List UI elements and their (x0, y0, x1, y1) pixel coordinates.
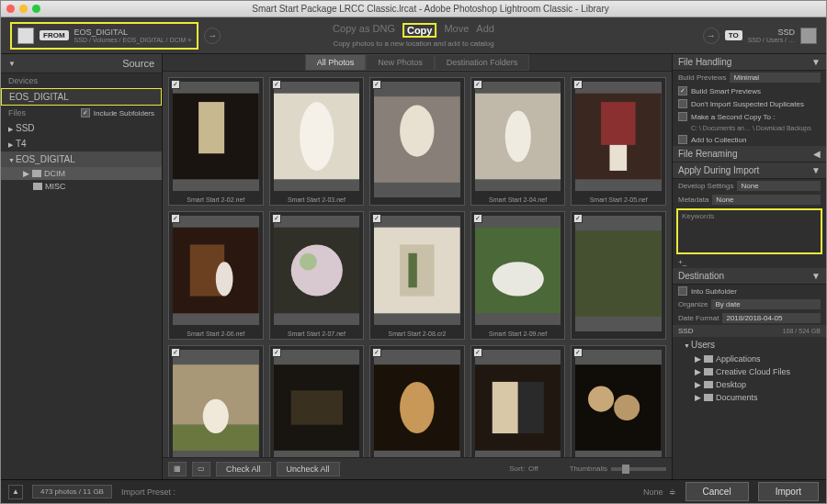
thumbnail-cell[interactable]: ✓Smart Start 2-05.nef (571, 77, 666, 206)
thumbnail-size-slider[interactable] (611, 467, 666, 471)
thumbnail-cell[interactable]: ✓Smart Start 2-04.nef (470, 77, 566, 206)
footer-bar: ▲ 473 photos / 11 GB Import Preset : Non… (1, 479, 826, 503)
to-arrow-button[interactable]: → (703, 28, 719, 44)
folder-dcim[interactable]: ▶DCIM (1, 167, 162, 180)
dest-folder-users[interactable]: ▼Users (673, 337, 826, 353)
thumbnail-cell[interactable]: ✓Smart Start 2-07.nef (269, 211, 365, 340)
thumbnail-cell[interactable]: ✓Smart Start 2-02.nef (168, 77, 264, 206)
thumbnail-cell[interactable]: ✓ (168, 345, 264, 457)
source-device-eos[interactable]: EOS_DIGITAL (1, 88, 162, 106)
uncheck-all-button[interactable]: Uncheck All (277, 462, 340, 476)
tab-destination-folders[interactable]: Destination Folders (435, 54, 530, 71)
thumbnail-cell[interactable]: ✓ (470, 345, 566, 457)
into-subfolder-checkbox[interactable] (678, 286, 687, 296)
thumbnail-filename (572, 335, 665, 339)
thumbnail-cell[interactable]: ✓ (571, 211, 666, 340)
copy-button[interactable]: Copy (402, 23, 437, 38)
destination-header[interactable]: Destination▼ (673, 268, 826, 285)
volume-ssd[interactable]: ▶SSD (1, 120, 162, 136)
thumbnail-filename: Smart Start 2-09.nef (471, 329, 565, 339)
thumbnail-cell[interactable]: ✓Smart Start 2-09.nef (470, 211, 566, 340)
svg-rect-31 (493, 382, 518, 433)
suspected-duplicates-checkbox[interactable] (678, 99, 687, 108)
disk-icon (800, 28, 817, 44)
thumbnail-cell[interactable]: ✓Smart Start 2-03.nef (269, 77, 365, 206)
check-all-button[interactable]: Check All (216, 462, 271, 476)
thumbnail-cell[interactable]: ✓ (269, 345, 365, 457)
svg-point-29 (400, 382, 434, 433)
file-handling-header[interactable]: File Handling▼ (673, 54, 826, 71)
organize-select[interactable]: By date (711, 299, 821, 309)
filter-tabs: All Photos New Photos Destination Folder… (163, 54, 672, 72)
metadata-select[interactable]: None (712, 195, 821, 205)
thumbnail-checkbox[interactable]: ✓ (372, 214, 381, 223)
add-to-collection-checkbox[interactable] (678, 135, 687, 144)
thumbnail-checkbox[interactable]: ✓ (272, 214, 281, 223)
thumbnail-checkbox[interactable]: ✓ (473, 348, 482, 357)
thumbnail-filename: Smart Start 2-05.nef (572, 195, 665, 205)
tab-new-photos[interactable]: New Photos (366, 54, 435, 71)
thumbnail-image (475, 82, 561, 191)
copy-as-dng-button[interactable]: Copy as DNG (333, 23, 395, 38)
thumbnail-image (374, 82, 460, 197)
apply-during-import-header[interactable]: Apply During Import▼ (673, 162, 826, 179)
cancel-button[interactable]: Cancel (685, 482, 749, 501)
thumbnail-checkbox[interactable]: ✓ (372, 80, 381, 89)
volume-t4[interactable]: ▶T4 (1, 136, 162, 151)
expand-button[interactable]: ▲ (8, 485, 23, 499)
dest-folder-item[interactable]: ▶Creative Cloud Files (673, 365, 826, 378)
svg-rect-1 (198, 102, 224, 153)
import-button[interactable]: Import (758, 482, 819, 501)
thumbnail-checkbox[interactable]: ✓ (171, 80, 180, 89)
thumbnail-checkbox[interactable]: ✓ (473, 214, 482, 223)
folder-misc[interactable]: MISC (1, 180, 162, 193)
thumbnail-cell[interactable]: ✓Smart Start 2-06.nef (168, 211, 264, 340)
thumbnail-checkbox[interactable]: ✓ (171, 348, 180, 357)
thumbnail-checkbox[interactable]: ✓ (372, 348, 381, 357)
thumbnail-checkbox[interactable]: ✓ (171, 214, 180, 223)
include-subfolders-checkbox[interactable]: ✓ (81, 108, 90, 118)
file-renaming-header[interactable]: File Renaming◀ (673, 146, 826, 162)
svg-point-16 (300, 253, 317, 271)
move-button[interactable]: Move (444, 23, 469, 38)
add-destination-button[interactable]: +_ (678, 258, 686, 266)
dest-folder-item[interactable]: ▶Applications (673, 353, 826, 365)
thumbnail-cell[interactable]: ✓ (571, 345, 666, 457)
import-preset-select[interactable]: None (643, 487, 663, 497)
thumbnail-cell[interactable]: ✓ (369, 345, 465, 457)
thumbnail-image (575, 82, 662, 191)
zoom-window-button[interactable] (32, 5, 40, 13)
dest-folder-item[interactable]: ▶Desktop (673, 378, 826, 391)
close-window-button[interactable] (6, 5, 15, 13)
thumbnail-checkbox[interactable]: ✓ (573, 80, 583, 89)
thumbnail-checkbox[interactable]: ✓ (473, 80, 482, 89)
svg-point-5 (400, 106, 434, 157)
thumbnail-cell[interactable]: ✓ (369, 77, 465, 206)
add-button[interactable]: Add (476, 23, 494, 38)
thumbnail-checkbox[interactable]: ✓ (573, 214, 583, 223)
thumbnail-cell[interactable]: ✓Smart Start 2-08.cr2 (369, 211, 465, 340)
thumbnail-checkbox[interactable]: ✓ (272, 80, 281, 89)
thumbnail-checkbox[interactable]: ✓ (272, 348, 281, 357)
volume-eos-digital[interactable]: ▼EOS_DIGITAL (1, 151, 162, 167)
keywords-input[interactable]: Keywords (676, 208, 822, 254)
grid-view-button[interactable]: ▦ (168, 462, 187, 476)
source-panel-header[interactable]: ▼Source (1, 54, 162, 73)
from-source-box[interactable]: FROM EOS_DIGITAL SSD / Volumes / EOS_DIG… (10, 22, 198, 50)
sort-value[interactable]: Off (528, 465, 538, 473)
thumbnail-image (173, 216, 259, 325)
minimize-window-button[interactable] (19, 5, 28, 13)
tab-all-photos[interactable]: All Photos (305, 54, 367, 71)
thumbnail-checkbox[interactable]: ✓ (573, 348, 583, 357)
smart-previews-checkbox[interactable]: ✓ (678, 86, 687, 95)
loupe-view-button[interactable]: ▭ (192, 462, 210, 476)
second-copy-checkbox[interactable] (678, 112, 687, 121)
window-title: Smart Start Package LRCC Classic.lrcat -… (40, 4, 821, 14)
build-previews-select[interactable]: Minimal (730, 73, 821, 83)
develop-settings-select[interactable]: None (737, 181, 821, 191)
dest-folder-item[interactable]: ▶Documents (673, 391, 826, 404)
date-format-select[interactable]: 2018/2018-04-05 (722, 313, 821, 323)
from-arrow-button[interactable]: → (204, 28, 221, 44)
to-destination-box[interactable]: → TO SSD SSD / Users / … (697, 28, 817, 44)
folder-icon (32, 170, 41, 177)
